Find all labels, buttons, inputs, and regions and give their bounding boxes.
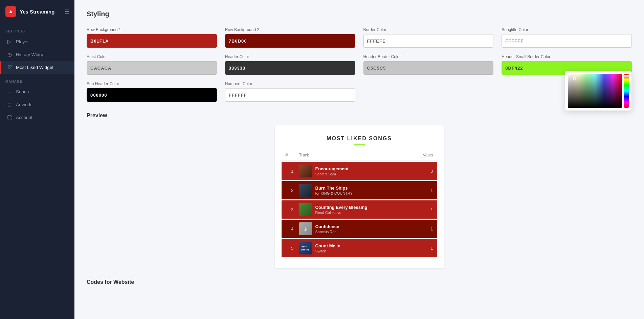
heart-icon: ♡ — [6, 64, 13, 70]
codes-section: Codes for Website — [87, 279, 632, 285]
track-title: Confidence — [315, 224, 339, 229]
track-info: Confidence Sanctus Real — [315, 224, 339, 234]
track-artist: Rend Collective — [315, 211, 368, 215]
track-title: Count Me In — [315, 243, 340, 248]
row-track: Burn The Ships for KING & COUNTRY — [299, 184, 406, 197]
widget-title: MOST LIKED SONGS — [282, 136, 437, 142]
preview-title: Preview — [87, 113, 632, 119]
sidebar-item-artwork[interactable]: ◻ Artwork — [0, 98, 74, 111]
row-num: 3 — [286, 207, 299, 212]
track-thumb — [299, 184, 312, 197]
row-num: 2 — [286, 188, 299, 193]
row-num: 4 — [286, 226, 299, 231]
artwork-icon: ◻ — [6, 101, 13, 107]
app-title: Yes Streaming — [20, 9, 54, 15]
row-num: 5 — [286, 246, 299, 251]
track-thumb: Symphony — [299, 242, 312, 254]
numbers-color-swatch[interactable]: FFFFFF — [225, 88, 355, 102]
track-artist: Switch — [315, 249, 340, 253]
artist-color-field: Artist Color CACACA — [87, 54, 217, 75]
track-artist: Sanctus Real — [315, 230, 339, 234]
history-icon: ◷ — [6, 51, 13, 57]
songs-icon: ≡ — [6, 89, 13, 95]
sidebar-item-label: Artwork — [16, 102, 31, 107]
sidebar-item-player[interactable]: ▷ Player — [0, 35, 74, 48]
sidebar-item-most-liked-widget[interactable]: ♡ Most Liked Widget — [0, 61, 74, 74]
row-bg1-label: Row Background 1 — [87, 27, 217, 32]
sub-header-color-field: Sub Header Color 000000 — [87, 81, 217, 102]
track-title: Burn The Ships — [315, 186, 353, 191]
account-icon: ◯ — [6, 114, 13, 120]
table-row: 3 Counting Every Blessing Rend Collectiv… — [282, 200, 437, 219]
sidebar-item-history-widget[interactable]: ◷ History Widget — [0, 48, 74, 61]
border-color-swatch[interactable]: FFFEFE — [363, 34, 494, 48]
table-row: 1 Encouragement Scott & Sam 3 — [282, 162, 437, 180]
sidebar-item-account[interactable]: ◯ Account — [0, 111, 74, 124]
track-artist: for KING & COUNTRY — [315, 191, 353, 195]
color-picker-popup[interactable] — [565, 71, 632, 111]
numbers-color-field: Numbers Color FFFFFF — [225, 81, 355, 102]
settings-section-label: SETTINGS — [0, 23, 74, 35]
sidebar-item-label: Account — [16, 115, 32, 120]
picker-gradient[interactable] — [568, 74, 622, 108]
artist-color-swatch[interactable]: CACACA — [87, 61, 217, 75]
picker-hue[interactable] — [624, 74, 629, 108]
track-info: Burn The Ships for KING & COUNTRY — [315, 186, 353, 195]
sidebar-item-label: Player — [16, 39, 29, 44]
track-info: Counting Every Blessing Rend Collective — [315, 205, 368, 215]
header-border-color-field: Header Border Color C5C5C5 — [363, 54, 494, 75]
header-color-field: Header Color 333333 — [225, 54, 355, 75]
logo-icon: ▲ — [5, 6, 16, 17]
row-votes: 1 — [406, 207, 433, 212]
col-num-header: # — [286, 153, 299, 157]
songtitle-color-swatch[interactable]: FFFFFF — [502, 34, 632, 48]
sidebar-item-label: Songs — [16, 89, 29, 94]
songtitle-color-label: Songtitle Color — [502, 27, 632, 32]
col-track-header: Track — [299, 153, 406, 157]
track-info: Encouragement Scott & Sam — [315, 166, 349, 176]
header-color-label: Header Color — [225, 54, 355, 59]
sidebar: ▲ Yes Streaming ☰ SETTINGS ▷ Player ◷ Hi… — [0, 0, 74, 319]
row-bg1-field: Row Background 1 B01F1A — [87, 27, 217, 48]
header-border-color-label: Header Border Color — [363, 54, 494, 59]
track-title: Counting Every Blessing — [315, 205, 368, 210]
sidebar-header: ▲ Yes Streaming ☰ — [0, 0, 74, 23]
row-votes: 1 — [406, 246, 433, 251]
row-bg2-field: Row Background 2 7B0D00 — [225, 27, 355, 48]
col-votes-header: Votes — [406, 153, 433, 157]
row-votes: 1 — [406, 226, 433, 231]
header-small-border-label: Header Small Border Color — [502, 54, 632, 59]
widget-header: MOST LIKED SONGS — [282, 136, 437, 145]
track-info: Count Me In Switch — [315, 243, 340, 253]
row-bg1-swatch[interactable]: B01F1A — [87, 34, 217, 48]
row-bg2-label: Row Background 2 — [225, 27, 355, 32]
menu-icon[interactable]: ☰ — [64, 8, 69, 15]
track-thumb: ♪ — [299, 222, 312, 235]
header-color-swatch[interactable]: 333333 — [225, 61, 355, 75]
sidebar-item-label: History Widget — [16, 52, 46, 57]
track-thumb — [299, 203, 312, 216]
row-bg2-swatch[interactable]: 7B0D00 — [225, 34, 355, 48]
preview-container: MOST LIKED SONGS # Track Votes 1 Encoura… — [275, 125, 444, 268]
track-artist: Scott & Sam — [315, 172, 349, 176]
numbers-color-label: Numbers Color — [225, 81, 355, 86]
row-votes: 1 — [406, 188, 433, 193]
row-track: Counting Every Blessing Rend Collective — [299, 203, 406, 216]
table-row: 2 Burn The Ships for KING & COUNTRY 1 — [282, 181, 437, 199]
row-track: ♪ Confidence Sanctus Real — [299, 222, 406, 235]
row-votes: 3 — [406, 169, 433, 174]
artist-color-label: Artist Color — [87, 54, 217, 59]
header-border-color-swatch[interactable]: C5C5C5 — [363, 61, 494, 75]
sub-header-color-label: Sub Header Color — [87, 81, 217, 86]
page-title: Styling — [87, 10, 632, 18]
sub-header-color-swatch[interactable]: 000000 — [87, 88, 217, 102]
songtitle-color-field: Songtitle Color FFFFFF — [502, 27, 632, 48]
picker-crosshair — [573, 77, 576, 80]
row-track: Symphony Count Me In Switch — [299, 242, 406, 254]
styling-grid: Row Background 1 B01F1A Row Background 2… — [87, 27, 632, 102]
player-icon: ▷ — [6, 39, 13, 45]
widget-table-header: # Track Votes — [282, 150, 437, 161]
sidebar-item-songs[interactable]: ≡ Songs — [0, 85, 74, 98]
picker-hue-thumb — [623, 75, 629, 77]
codes-title: Codes for Website — [87, 279, 632, 285]
